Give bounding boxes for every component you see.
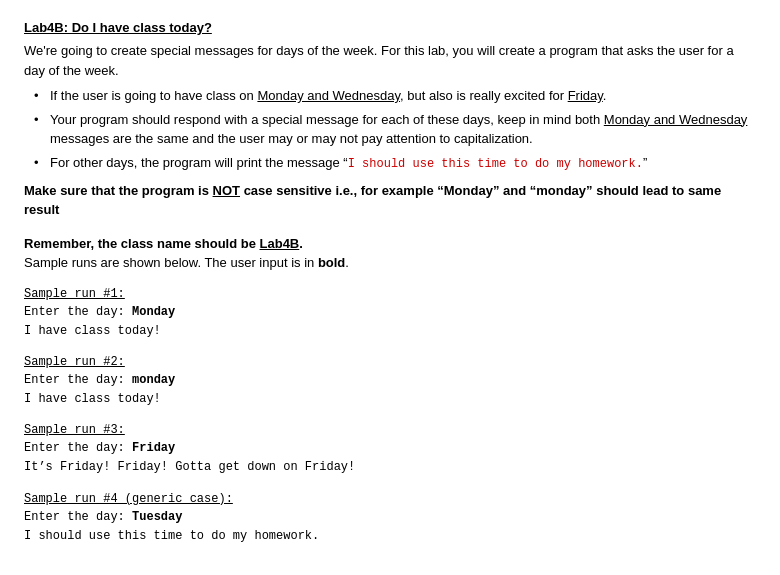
sample-run-3-line-1: Enter the day: Friday — [24, 439, 756, 458]
bold-note: Make sure that the program is NOT case s… — [24, 181, 756, 220]
bullet-item-2: Your program should respond with a speci… — [34, 110, 756, 149]
page-title: Lab4B: Do I have class today? — [24, 20, 756, 35]
sample-run-4-label: Sample run #4 (generic case): — [24, 492, 756, 506]
sample-run-1-label: Sample run #1: — [24, 287, 756, 301]
monday-wednesday-link: Monday and Wednesday — [257, 88, 400, 103]
user-input-friday: Friday — [132, 441, 175, 455]
lab4b-label: Lab4B — [260, 236, 300, 251]
sample-run-4: Sample run #4 (generic case): Enter the … — [24, 492, 756, 546]
friday-link: Friday — [568, 88, 603, 103]
sample-intro-text: Sample runs are shown below. The user in… — [24, 253, 756, 273]
user-input-tuesday: Tuesday — [132, 510, 182, 524]
bullet-item-3: For other days, the program will print t… — [34, 153, 756, 173]
homework-message: I should use this time to do my homework… — [348, 157, 643, 171]
remember-section: Remember, the class name should be Lab4B… — [24, 234, 756, 273]
bullet-list: If the user is going to have class on Mo… — [24, 86, 756, 173]
user-input-monday-lower: monday — [132, 373, 175, 387]
sample-run-3-line-2: It’s Friday! Friday! Gotta get down on F… — [24, 458, 756, 477]
bullet-item-1: If the user is going to have class on Mo… — [34, 86, 756, 106]
sample-run-1: Sample run #1: Enter the day: Monday I h… — [24, 287, 756, 341]
sample-run-2-line-1: Enter the day: monday — [24, 371, 756, 390]
sample-run-1-line-2: I have class today! — [24, 322, 756, 341]
intro-paragraph: We're going to create special messages f… — [24, 41, 756, 80]
sample-run-3: Sample run #3: Enter the day: Friday It’… — [24, 423, 756, 477]
not-text: NOT — [213, 183, 240, 198]
remember-title: Remember, the class name should be Lab4B… — [24, 234, 756, 254]
sample-run-2-line-2: I have class today! — [24, 390, 756, 409]
sample-run-4-line-1: Enter the day: Tuesday — [24, 508, 756, 527]
sample-run-1-line-1: Enter the day: Monday — [24, 303, 756, 322]
sample-run-2-label: Sample run #2: — [24, 355, 756, 369]
sample-run-2: Sample run #2: Enter the day: monday I h… — [24, 355, 756, 409]
user-input-monday: Monday — [132, 305, 175, 319]
sample-run-3-label: Sample run #3: — [24, 423, 756, 437]
monday-wednesday-link-2: Monday and Wednesday — [604, 112, 748, 127]
sample-run-4-line-2: I should use this time to do my homework… — [24, 527, 756, 546]
